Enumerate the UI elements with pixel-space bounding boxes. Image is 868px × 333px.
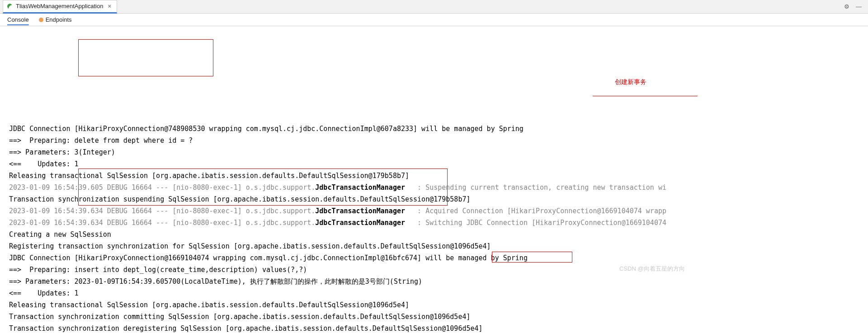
log-line: Registering transaction synchronization … [9, 240, 863, 252]
console-output[interactable]: 创建新事务 CSDN @向着五星的方向 JDBC Connection [Hik… [0, 26, 868, 333]
log-line: 2023-01-09 16:54:39.634 DEBUG 16664 --- … [9, 205, 863, 217]
log-line: <== Updates: 1 [9, 158, 863, 170]
log-line: ==> Preparing: insert into dept_log(crea… [9, 264, 863, 276]
log-line: ==> Preparing: delete from dept where id… [9, 135, 863, 146]
log-line: ==> Parameters: 3(Integer) [9, 146, 863, 158]
run-config-tab[interactable]: TliasWebManagementApplication × [3, 0, 117, 14]
sub-tab-endpoints-label: Endpoints [46, 16, 72, 23]
log-line: Creating a new SqlSession [9, 229, 863, 240]
log-line: 2023-01-09 16:54:39.605 DEBUG 16664 --- … [9, 182, 863, 193]
run-tab-bar: TliasWebManagementApplication × ⚙ — [0, 0, 868, 14]
gear-icon[interactable]: ⚙ [844, 3, 849, 10]
run-config-title: TliasWebManagementApplication [16, 3, 103, 9]
csdn-watermark: CSDN @向着五星的方向 [619, 263, 685, 275]
log-line: Transaction synchronization suspending S… [9, 193, 863, 205]
tab-controls: ⚙ — [844, 3, 868, 10]
sub-tab-console-label: Console [7, 16, 29, 23]
sub-tab-console[interactable]: Console [7, 16, 29, 23]
spring-leaf-icon [7, 3, 13, 9]
sub-tab-endpoints[interactable]: Endpoints [39, 16, 72, 23]
annotation-create-new-tx: 创建新事务 [615, 76, 646, 88]
log-line: Releasing transactional SqlSession [org.… [9, 170, 863, 182]
sub-tab-bar: Console Endpoints [0, 14, 868, 26]
sql-delete-highlight-box [78, 39, 213, 76]
log-line: <== Updates: 1 [9, 287, 863, 299]
endpoints-icon [39, 18, 43, 22]
minimize-icon[interactable]: — [856, 3, 862, 10]
log-line: Transaction synchronization deregisterin… [9, 323, 863, 333]
log-line: Releasing transactional SqlSession [org.… [9, 299, 863, 311]
log-line: ==> Parameters: 2023-01-09T16:54:39.6057… [9, 276, 863, 287]
log-line: 2023-01-09 16:54:39.634 DEBUG 16664 --- … [9, 217, 863, 229]
log-line: Transaction synchronization committing S… [9, 311, 863, 323]
underline-creating-new-transaction [593, 96, 698, 96]
close-tab-button[interactable]: × [106, 3, 113, 9]
log-line: JDBC Connection [HikariProxyConnection@7… [9, 123, 863, 135]
log-line: JDBC Connection [HikariProxyConnection@1… [9, 252, 863, 264]
